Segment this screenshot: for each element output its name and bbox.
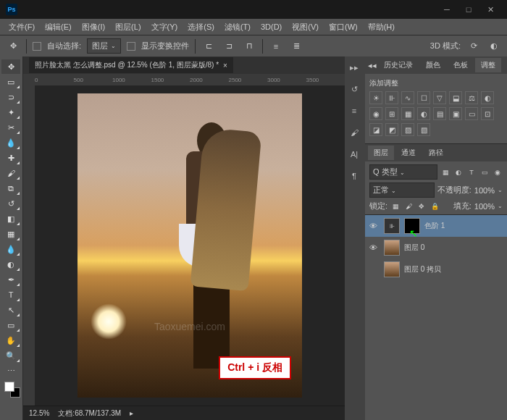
align-left-icon[interactable]: ⊏ [201, 39, 216, 54]
dock-paragraph-icon[interactable]: ¶ [346, 168, 362, 184]
filter-image-icon[interactable]: ▦ [440, 167, 451, 177]
dodge-tool[interactable]: ◐ [1, 257, 20, 272]
tab-paths[interactable]: 路径 [423, 146, 449, 160]
layer-mask-thumb[interactable]: ↖ [404, 218, 420, 234]
visibility-icon[interactable]: 👁 [369, 222, 380, 230]
adj-hue-icon[interactable]: ⬓ [449, 91, 462, 104]
blur-tool[interactable]: 💧 [1, 242, 20, 256]
dock-expand-icon[interactable]: ▸▸ [346, 59, 362, 75]
tab-channels[interactable]: 通道 [395, 146, 422, 160]
close-button[interactable]: ✕ [479, 2, 501, 17]
color-swatches[interactable] [1, 379, 21, 400]
menu-filter[interactable]: 滤镜(T) [220, 20, 255, 34]
show-transform-checkbox[interactable] [127, 42, 135, 51]
marquee-tool[interactable]: ▭ [1, 75, 20, 89]
adj-invert-icon[interactable]: ◐ [417, 107, 430, 120]
adj-extra1-icon[interactable]: ◪ [369, 123, 382, 136]
adj-extra4-icon[interactable]: ▧ [417, 123, 430, 136]
minimize-button[interactable]: ─ [436, 2, 458, 17]
tab-colors[interactable]: 颜色 [420, 58, 446, 72]
eyedropper-tool[interactable]: 💧 [1, 135, 20, 150]
lock-pos-icon[interactable]: ✥ [416, 201, 427, 211]
path-select-tool[interactable]: ↖ [1, 303, 20, 317]
distribute-icon[interactable]: ≡ [269, 39, 283, 54]
dock-brush-icon[interactable]: 🖌 [346, 125, 362, 140]
viewport[interactable]: Taoxuemei.com Ctrl + i 反相 [35, 85, 345, 406]
info-chevron-icon[interactable]: ▸ [130, 409, 133, 417]
clone-stamp-tool[interactable]: ⧉ [1, 181, 20, 196]
lock-paint-icon[interactable]: 🖌 [403, 201, 414, 211]
filter-shape-icon[interactable]: ▭ [479, 167, 490, 177]
layer-name[interactable]: 图层 0 [404, 243, 424, 253]
maximize-button[interactable]: □ [458, 2, 479, 17]
menu-file[interactable]: 文件(F) [4, 20, 39, 34]
layer-row[interactable]: 图层 0 拷贝 [365, 259, 507, 280]
adj-colorlookup-icon[interactable]: ▦ [401, 107, 414, 120]
lock-trans-icon[interactable]: ▦ [390, 201, 401, 211]
adj-gradmap-icon[interactable]: ▭ [465, 107, 478, 120]
layer-thumb-levels[interactable]: ⊪ [384, 218, 400, 234]
eraser-tool[interactable]: ◧ [1, 211, 20, 226]
menu-select[interactable]: 选择(S) [183, 20, 219, 34]
menu-3d[interactable]: 3D(D) [256, 21, 286, 33]
align-right-icon[interactable]: ⊓ [242, 39, 256, 54]
foreground-color[interactable] [4, 382, 14, 392]
menu-help[interactable]: 帮助(H) [364, 20, 399, 34]
layer-thumb[interactable] [384, 261, 400, 277]
menu-layer[interactable]: 图层(L) [111, 20, 145, 34]
type-tool[interactable]: T [1, 287, 20, 302]
layer-row[interactable]: 👁 图层 0 [365, 237, 507, 259]
menu-view[interactable]: 视图(V) [288, 20, 323, 34]
layer-name[interactable]: 色阶 1 [424, 221, 445, 231]
visibility-icon[interactable]: 👁 [369, 243, 380, 252]
crop-tool[interactable]: ✂ [1, 120, 20, 135]
layer-type-filter[interactable]: Q 类型 ⌄ [369, 164, 437, 180]
menu-edit[interactable]: 编辑(E) [41, 20, 76, 34]
filter-smart-icon[interactable]: ◉ [493, 167, 503, 177]
edit-toolbar[interactable]: ⋯ [1, 364, 20, 378]
dock-type-icon[interactable]: A| [346, 146, 362, 162]
align-center-icon[interactable]: ⊐ [222, 39, 236, 54]
hand-tool[interactable]: ✋ [1, 333, 20, 348]
layer-thumb[interactable] [384, 240, 400, 256]
layer-name[interactable]: 图层 0 拷贝 [404, 264, 441, 274]
filter-type-icon[interactable]: T [466, 167, 477, 177]
menu-image[interactable]: 图像(I) [77, 20, 109, 34]
magic-wand-tool[interactable]: ✦ [1, 105, 20, 119]
move-tool[interactable]: ✥ [1, 59, 20, 74]
auto-select-checkbox[interactable] [33, 42, 41, 51]
opacity-value[interactable]: 100% [474, 186, 495, 195]
document-canvas[interactable]: Taoxuemei.com Ctrl + i 反相 [77, 93, 302, 398]
3d-pan-icon[interactable]: ◐ [487, 39, 501, 54]
filter-adj-icon[interactable]: ◐ [453, 167, 464, 177]
adj-extra2-icon[interactable]: ◩ [385, 123, 398, 136]
tab-layers[interactable]: 图层 [368, 146, 394, 160]
lock-all-icon[interactable]: 🔒 [430, 201, 440, 211]
adj-vibrance-icon[interactable]: ▽ [433, 91, 446, 104]
healing-brush-tool[interactable]: ✚ [1, 151, 20, 165]
tab-close-icon[interactable]: × [223, 62, 227, 70]
tab-adjustments[interactable]: 调整 [475, 58, 501, 72]
brush-tool[interactable]: 🖌 [1, 166, 20, 180]
tab-history[interactable]: 历史记录 [378, 58, 419, 72]
auto-select-dropdown[interactable]: 图层⌄ [87, 38, 121, 54]
gradient-tool[interactable]: ▦ [1, 227, 20, 241]
shape-tool[interactable]: ▭ [1, 318, 20, 332]
collapse-icon[interactable]: ◂◂ [368, 61, 377, 70]
adj-threshold-icon[interactable]: ▣ [449, 107, 462, 120]
history-brush-tool[interactable]: ↺ [1, 196, 20, 211]
adj-chanmixer-icon[interactable]: ⊞ [385, 107, 398, 120]
pen-tool[interactable]: ✒ [1, 272, 20, 287]
menu-window[interactable]: 窗口(W) [324, 20, 362, 34]
adj-bw-icon[interactable]: ◐ [481, 91, 494, 104]
blend-mode-dropdown[interactable]: 正常 ⌄ [369, 182, 435, 198]
fill-value[interactable]: 100% [474, 202, 495, 211]
adj-exposure-icon[interactable]: ☐ [417, 91, 430, 104]
tab-swatches[interactable]: 色板 [448, 58, 474, 72]
adj-photofilter-icon[interactable]: ◉ [369, 107, 382, 120]
adj-selcolor-icon[interactable]: ⊡ [481, 107, 494, 120]
adj-levels-icon[interactable]: ⊪ [385, 91, 398, 104]
layer-row[interactable]: 👁 ⊪ ↖ 色阶 1 [365, 215, 507, 237]
distribute-icon-2[interactable]: ≣ [289, 39, 303, 54]
zoom-tool[interactable]: 🔍 [1, 348, 20, 363]
